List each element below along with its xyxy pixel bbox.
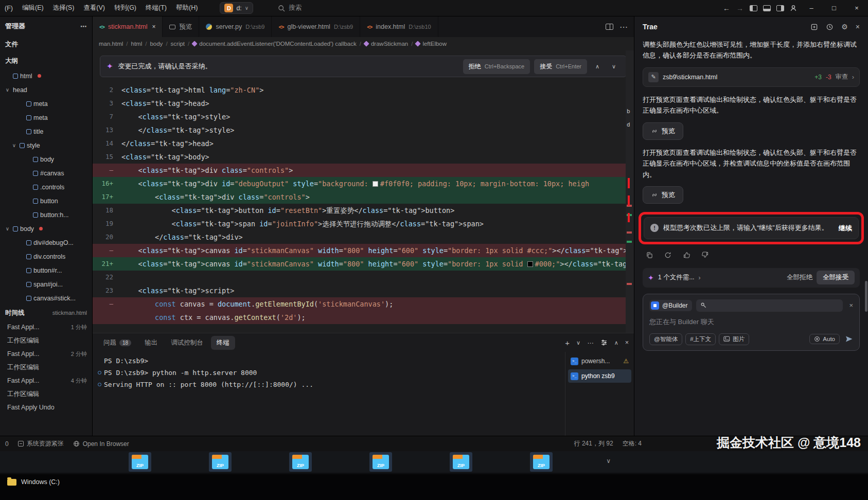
code-line[interactable]: 21+ <class="tk-tag">canvas id="stickmanC… [93,257,634,271]
toggle-right-panel-button[interactable] [773,0,787,16]
accept-button[interactable]: 接受 Ctrl+Enter [534,59,587,74]
image-chip[interactable]: 图片 [719,333,749,345]
code-line[interactable]: 3<class="tk-tag">head> [93,97,634,110]
thumbs-up-icon[interactable] [681,249,692,261]
model-mode-selector[interactable]: Auto [809,334,840,344]
split-editor-icon[interactable] [606,24,613,30]
new-terminal-button[interactable]: + [565,338,570,347]
terminal-output[interactable]: PS D:\zsb9>PS D:\zsb9> python -m http.se… [93,352,565,436]
outline-item[interactable]: ∨head [0,83,92,97]
accept-all-button[interactable]: 全部接受 [817,271,855,284]
outline-item[interactable]: div#debugO... [0,236,92,249]
breadcrumb-item[interactable]: body [150,41,163,47]
global-search[interactable]: 搜索 [278,4,302,12]
sliders-icon[interactable] [600,339,608,346]
more-actions-icon[interactable]: ⋯ [80,23,87,30]
panel-tab[interactable]: 输出 [139,336,163,350]
reject-button[interactable]: 拒绝 Ctrl+Backspace [463,59,530,74]
code-line[interactable]: 22 [93,271,634,284]
breadcrumb-item[interactable]: man.html [99,41,123,47]
chat-placeholder[interactable]: 您正在与 Builder 聊天 [649,317,853,328]
code-line[interactable]: 19 <class="tk-tag">span id="jointInfo">选… [93,217,634,230]
more-actions-icon[interactable]: ⋯ [619,22,628,32]
toggle-left-panel-button[interactable] [747,0,760,16]
maximize-button[interactable]: □ [823,0,845,16]
outline-item[interactable]: ∨body [0,222,92,236]
outline-item[interactable]: canvas#stick... [0,291,92,305]
code-line[interactable]: 14</class="tk-tag">head> [93,137,634,150]
code-line[interactable]: — <class="tk-tag">div class="controls"> [93,164,634,177]
remote-indicator[interactable]: 0 [5,440,9,448]
forward-button[interactable]: → [733,0,747,16]
minimize-button[interactable]: – [800,0,823,16]
reject-all-button[interactable]: 全部拒绝 [787,273,812,282]
context-chip[interactable]: #上下文 [685,333,716,345]
timeline-item[interactable]: Fast Appl...1 分钟 [0,320,92,334]
outline-item[interactable]: title [0,124,92,138]
menubar-item[interactable]: 查看(V) [79,0,110,16]
regenerate-icon[interactable] [662,249,674,261]
code-editor[interactable]: ✦ 变更已完成，请确认是否采纳。 拒绝 Ctrl+Backspace 接受 Ct… [93,50,634,333]
chat-input-box[interactable]: @Builder × 您正在与 Builder 聊天 @智能体 #上下文 [643,294,860,351]
drive-item[interactable]: Windows (C:) [21,478,60,486]
review-label[interactable]: 审查 [836,73,848,81]
resource-warning[interactable]: 系统资源紧张 [18,439,64,448]
timeline-item[interactable]: Fast Appl...2 分钟 [0,347,92,361]
code-line[interactable]: 17+ <class="tk-tag">div class="controls"… [93,190,634,204]
copy-icon[interactable] [644,249,655,261]
breadcrumb-item[interactable]: html [131,41,143,47]
outline-item[interactable]: button:h... [0,208,92,222]
outline-item[interactable]: span#joi... [0,277,92,291]
toggle-bottom-panel-button[interactable] [760,0,773,16]
code-line[interactable]: 23 <class="tk-tag">script> [93,284,634,297]
outline-item[interactable]: button#r... [0,263,92,277]
terminal-session[interactable]: >_powersh...⚠ [568,354,631,368]
code-line[interactable]: 13 </class="tk-tag">style> [93,123,634,137]
workspace-switcher[interactable]: D d: ∨ [220,2,253,14]
close-icon[interactable]: × [152,23,155,30]
cursor-position[interactable]: 行 241，列 92 [574,439,613,448]
outline-item[interactable]: button [0,194,92,208]
breadcrumb-item[interactable]: drawStickman [364,41,408,47]
outline-item[interactable]: .controls [0,180,92,194]
menubar-item[interactable]: 转到(G) [110,0,141,16]
terminal-dropdown-icon[interactable]: ∨ [576,340,580,346]
tools-pill[interactable] [696,299,843,312]
maximize-panel-button[interactable]: ∧ [614,340,618,346]
minimap[interactable]: bd [626,50,634,333]
preview-button[interactable]: 预览 [643,122,683,140]
panel-tab[interactable]: 调试控制台 [165,336,209,350]
outline-item[interactable]: div.controls [0,249,92,263]
outline-item[interactable]: html [0,69,92,83]
close-button[interactable]: × [845,0,868,16]
preview-button[interactable]: 预览 [643,186,683,204]
gear-icon[interactable]: ⚙ [841,23,848,31]
outline-item[interactable]: body [0,152,92,166]
menubar-item[interactable]: 选择(S) [48,0,79,16]
outline-item[interactable]: #canvas [0,166,92,180]
code-line[interactable]: 7 <class="tk-tag">style> [93,110,634,123]
panel-tab[interactable]: 问题18 [98,336,137,350]
timeline-item[interactable]: Fast Appl...4 分钟 [0,374,92,387]
code-line[interactable]: const ctx = canvas.getContext('2d'); [93,311,634,324]
continue-link[interactable]: 继续 [839,224,852,233]
chat-close-icon[interactable]: × [849,301,853,309]
menubar-item[interactable]: (F) [0,0,17,16]
changed-file-card[interactable]: ✎ zsb9\stickman.html +3 -3 审查 › [643,67,860,87]
code-line[interactable]: 15<class="tk-tag">body> [93,150,634,164]
history-icon[interactable] [826,23,834,31]
menubar-item[interactable]: 帮助(H) [171,0,202,16]
section-files[interactable]: 文件 [0,36,92,52]
zip-file-icon[interactable]: ZIP [450,452,472,472]
next-change-button[interactable]: ∨ [608,60,620,73]
scroll-chevron-icon[interactable]: ∨ [606,457,611,465]
editor-tab[interactable]: <>glb-viewer.htmlD:\zsb9 [272,16,360,37]
account-button[interactable] [787,0,800,16]
section-outline[interactable]: 大纲 [0,52,92,69]
chevron-down-icon[interactable]: ∨ [4,226,11,231]
zip-file-icon[interactable]: ZIP [530,452,553,472]
editor-tab[interactable]: 预览 [163,16,199,37]
code-line[interactable]: — <class="tk-tag">canvas id="stickmanCan… [93,244,634,257]
zip-file-icon[interactable]: ZIP [369,452,392,472]
new-chat-icon[interactable] [810,23,818,31]
